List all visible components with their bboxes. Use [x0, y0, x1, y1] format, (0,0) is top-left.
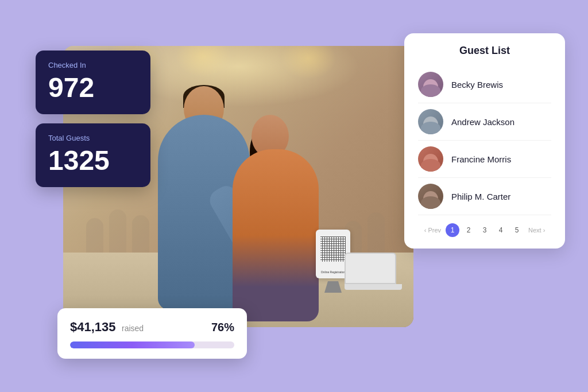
avatar-philip — [418, 184, 443, 209]
guest-name-francine: Francine Morris — [451, 154, 511, 164]
pagination: ‹ Prev 1 2 3 4 5 Next › — [418, 223, 551, 237]
page-button-2[interactable]: 2 — [462, 223, 475, 237]
guest-item-francine: Francine Morris — [418, 141, 551, 178]
fundraising-header: $41,135 raised 76% — [70, 320, 234, 335]
guest-item-becky: Becky Brewis — [418, 66, 551, 103]
page-button-1[interactable]: 1 — [446, 223, 459, 237]
laptop — [345, 253, 402, 293]
guest-list-title: Guest List — [418, 45, 551, 57]
scene: Online Registration Checked In 972 Total… — [0, 0, 588, 392]
page-button-4[interactable]: 4 — [494, 223, 508, 237]
progress-bar-fill — [70, 341, 195, 348]
fundraising-card: $41,135 raised 76% — [57, 308, 247, 359]
guest-name-philip: Philip M. Carter — [451, 192, 510, 201]
checked-in-card: Checked In 972 — [36, 51, 150, 114]
fundraising-raised-label: raised — [122, 324, 144, 333]
total-guests-value: 1325 — [48, 147, 138, 174]
avatar-becky — [418, 72, 443, 97]
guest-item-andrew: Andrew Jackson — [418, 103, 551, 141]
prev-button[interactable]: ‹ Prev — [422, 227, 443, 234]
guest-item-philip: Philip M. Carter — [418, 178, 551, 215]
page-button-3[interactable]: 3 — [478, 223, 492, 237]
fundraising-amount: $41,135 — [70, 320, 116, 334]
checked-in-label: Checked In — [48, 61, 138, 69]
total-guests-label: Total Guests — [48, 134, 138, 142]
guest-list-card: Guest List Becky Brewis Andrew Jackson — [404, 33, 565, 249]
progress-bar-background — [70, 341, 234, 348]
fundraising-amount-group: $41,135 raised — [70, 320, 144, 335]
fundraising-percent: 76% — [211, 321, 234, 334]
avatar-andrew — [418, 109, 443, 134]
total-guests-card: Total Guests 1325 — [36, 123, 150, 187]
avatar-francine — [418, 146, 443, 172]
checked-in-value: 972 — [48, 74, 138, 102]
guest-name-andrew: Andrew Jackson — [451, 117, 514, 127]
guest-name-becky: Becky Brewis — [451, 80, 503, 90]
tablet-label: Online Registration — [318, 270, 348, 274]
next-button[interactable]: Next › — [526, 227, 547, 234]
page-button-5[interactable]: 5 — [510, 223, 524, 237]
